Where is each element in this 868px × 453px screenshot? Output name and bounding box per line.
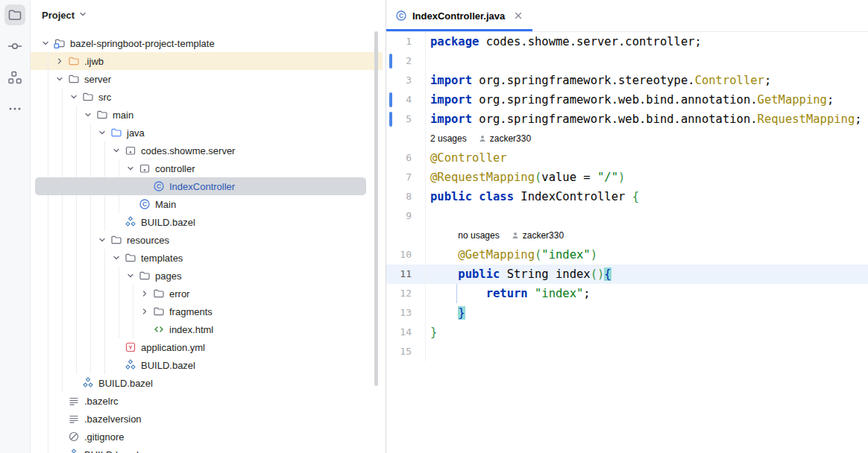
code-line[interactable]: 15: [386, 342, 868, 361]
tree-item[interactable]: .bazelversion: [31, 410, 386, 428]
editor-gutter: 2: [386, 51, 425, 71]
code-token: "index": [535, 287, 583, 300]
chevron-open-icon[interactable]: [83, 110, 93, 120]
close-icon[interactable]: [513, 10, 523, 21]
tree-item[interactable]: pages: [31, 267, 386, 285]
chevron-open-icon[interactable]: [40, 38, 51, 48]
tree-item[interactable]: .gitignore: [31, 428, 386, 446]
tree-item[interactable]: CMain: [31, 195, 386, 213]
bazel-icon: [82, 377, 94, 389]
line-number: 8: [386, 187, 425, 206]
tree-item[interactable]: BUILD.bazel: [31, 446, 386, 453]
code-token: org.springframework.stereotype.: [472, 74, 695, 87]
project-panel-header[interactable]: Project: [31, 0, 386, 30]
folder-icon: [82, 91, 94, 103]
usages-hint[interactable]: no usages: [458, 226, 499, 245]
tree-item[interactable]: fragments: [31, 302, 386, 320]
change-marker[interactable]: [389, 112, 392, 127]
chevron-open-icon[interactable]: [125, 270, 136, 281]
tree-item[interactable]: Yapplication.yml: [31, 338, 386, 356]
chevron-open-icon[interactable]: [69, 92, 79, 102]
tree-item[interactable]: java: [31, 124, 386, 142]
code-line[interactable]: 3import org.springframework.stereotype.C…: [386, 71, 868, 90]
chevron-down-icon: [78, 10, 87, 21]
folder-icon: [139, 270, 151, 282]
code-editor[interactable]: 1package codes.showme.server.controller;…: [386, 32, 868, 453]
code-text: no usageszacker330: [425, 226, 868, 245]
code-line[interactable]: 12 return "index";: [386, 284, 868, 303]
tree-item[interactable]: error: [31, 285, 386, 302]
tree-item[interactable]: templates: [31, 249, 386, 267]
tree-item[interactable]: BUILD.bazel: [31, 213, 386, 231]
tree-item[interactable]: server: [31, 70, 386, 88]
commit-tool-button[interactable]: [4, 36, 25, 57]
tree-item[interactable]: bazel-springboot-project-template: [31, 34, 386, 52]
tree-item[interactable]: codes.showme.server: [31, 142, 386, 159]
tree-item[interactable]: BUILD.bazel: [31, 356, 386, 374]
tree-item-label: src: [98, 92, 111, 103]
editor-gutter: 7: [386, 168, 425, 187]
tree-item[interactable]: resources: [31, 231, 386, 249]
line-number: 7: [386, 168, 425, 187]
code-line[interactable]: 10 @GetMapping("index"): [386, 245, 868, 264]
chevron-open-icon[interactable]: [111, 253, 122, 263]
chevron-open-icon[interactable]: [125, 163, 136, 174]
tree-guide-line: [104, 249, 105, 374]
code-line[interactable]: 9: [386, 206, 868, 226]
chevron-open-icon[interactable]: [97, 127, 107, 138]
code-line[interactable]: 1package codes.showme.server.controller;: [386, 32, 868, 51]
code-line[interactable]: 11 public String index(){: [386, 264, 868, 284]
tree-item[interactable]: .ijwb: [31, 52, 386, 70]
code-token: [430, 267, 458, 281]
code-token: "index": [541, 248, 590, 262]
code-token: public: [458, 267, 500, 281]
tree-item[interactable]: CIndexController: [31, 177, 386, 195]
code-token: ): [618, 171, 625, 184]
editor-gutter: 15: [386, 342, 425, 361]
more-tools-button[interactable]: [4, 98, 25, 119]
project-tool-button[interactable]: [4, 4, 25, 25]
tree-item[interactable]: controller: [31, 159, 386, 177]
chevron-closed-icon[interactable]: [54, 56, 65, 66]
tree-item[interactable]: BUILD.bazel: [31, 374, 386, 392]
code-text: public String index(){: [425, 264, 868, 284]
tree-item[interactable]: main: [31, 106, 386, 124]
inlay-line[interactable]: no usageszacker330: [386, 226, 868, 245]
editor-gutter: 8: [386, 187, 425, 206]
tree-item-label: error: [169, 288, 189, 300]
code-line[interactable]: 14}: [386, 323, 868, 342]
chevron-closed-icon[interactable]: [139, 306, 150, 317]
code-text: [425, 342, 868, 361]
line-number: 3: [386, 71, 425, 90]
change-marker[interactable]: [389, 92, 392, 107]
line-number: 13: [386, 303, 425, 323]
chevron-slot: [54, 414, 65, 424]
chevron-closed-icon[interactable]: [139, 288, 150, 299]
chevron-open-icon[interactable]: [54, 74, 65, 84]
editor-gutter: 9: [386, 206, 425, 226]
folder-icon: [110, 234, 122, 246]
usages-hint[interactable]: 2 usages: [430, 129, 467, 148]
chevron-open-icon[interactable]: [111, 145, 122, 156]
code-line[interactable]: 5import org.springframework.web.bind.ann…: [386, 110, 868, 129]
tree-item[interactable]: .bazelrc: [31, 392, 386, 410]
code-line[interactable]: 6@Controller: [386, 148, 868, 168]
author-hint[interactable]: zacker330: [490, 129, 531, 148]
code-line[interactable]: 4import org.springframework.web.bind.ann…: [386, 90, 868, 110]
tree-item-label: Main: [155, 199, 176, 210]
author-hint[interactable]: zacker330: [523, 226, 564, 245]
structure-tool-button[interactable]: [4, 67, 25, 88]
code-line[interactable]: 8public class IndexController {: [386, 187, 868, 206]
line-number: 15: [386, 342, 425, 361]
tree-item[interactable]: index.html: [31, 320, 386, 338]
code-line[interactable]: 2: [386, 51, 868, 71]
tree-item[interactable]: src: [31, 88, 386, 106]
code-line[interactable]: 13 }: [386, 303, 868, 323]
tree-scrollbar[interactable]: [374, 31, 378, 386]
tree-item-label: pages: [155, 270, 181, 282]
chevron-open-icon[interactable]: [97, 235, 107, 245]
change-marker[interactable]: [389, 54, 392, 69]
inlay-line[interactable]: 2 usageszacker330: [386, 129, 868, 148]
editor-tab[interactable]: C IndexController.java: [386, 0, 532, 31]
code-line[interactable]: 7@RequestMapping(value = "/"): [386, 168, 868, 187]
